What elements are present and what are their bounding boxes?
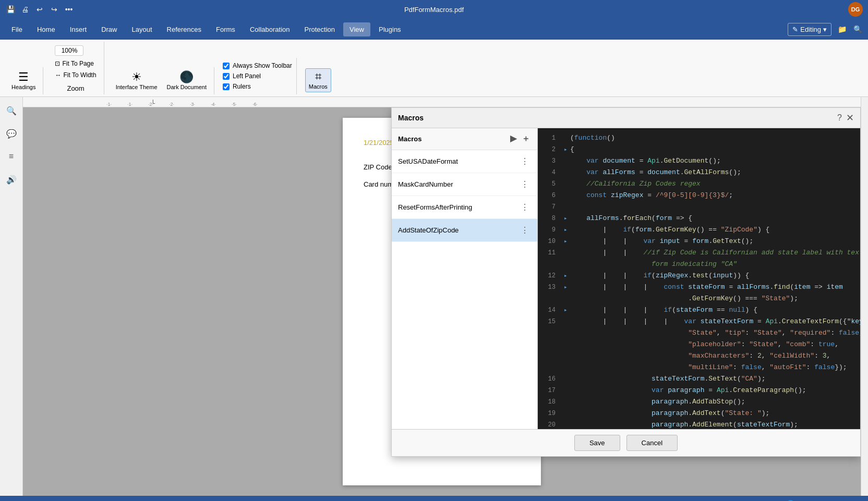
code-line-12: 12 ▸ | | if(zipRegex.test(input)) { bbox=[538, 270, 860, 282]
more-icon[interactable]: ••• bbox=[64, 4, 74, 15]
left-panel-checkbox[interactable]: Left Panel bbox=[223, 72, 292, 80]
save-button[interactable]: Save bbox=[574, 435, 620, 451]
print-icon[interactable]: 🖨 bbox=[20, 4, 30, 15]
menu-layout[interactable]: Layout bbox=[126, 22, 159, 36]
code-line-14: 14 ▸ | | | if(stateForm == null) { bbox=[538, 304, 860, 316]
code-line-15b: "State", "tip": "State", "required": fal… bbox=[538, 327, 860, 339]
always-show-toolbar-label: Always Show Toolbar bbox=[233, 62, 292, 69]
macros-panel: Macros ? ✕ Macros ▶ ＋ bbox=[391, 107, 861, 457]
editing-button[interactable]: ✎ Editing ▾ bbox=[788, 23, 831, 36]
fit-to-page-label: Fit To Page bbox=[62, 60, 93, 67]
save-icon[interactable]: 💾 bbox=[5, 4, 16, 15]
interface-theme-button[interactable]: ☀ Interface Theme bbox=[113, 69, 161, 92]
sidebar-comment-icon[interactable]: 💬 bbox=[2, 124, 21, 143]
fit-to-page-icon: ⊡ bbox=[55, 60, 60, 67]
macro-item-label: SetUSADateFormat bbox=[398, 157, 458, 165]
title-bar-right: DG bbox=[848, 2, 863, 17]
macro-item-setuSAdate[interactable]: SetUSADateFormat ⋮ bbox=[392, 150, 537, 173]
macros-add-icon[interactable]: ＋ bbox=[521, 132, 531, 145]
ribbon-group-headings: ☰ Headings bbox=[4, 67, 43, 94]
code-line-10: 10 ▸ | | var input = form.GetText(); bbox=[538, 236, 860, 247]
zoom-input[interactable] bbox=[55, 45, 83, 56]
menu-protection[interactable]: Protection bbox=[298, 22, 341, 36]
zip-label: ZIP Code: bbox=[364, 163, 394, 171]
menu-insert[interactable]: Insert bbox=[64, 22, 93, 36]
menu-forms[interactable]: Forms bbox=[210, 22, 242, 36]
macro-item-menu-icon[interactable]: ⋮ bbox=[519, 201, 531, 213]
code-line-8: 8 ▸ allForms.forEach(form => { bbox=[538, 213, 860, 224]
dark-document-button[interactable]: 🌑 Dark Document bbox=[164, 69, 210, 92]
macros-close-icon[interactable]: ✕ bbox=[846, 112, 854, 124]
macro-item-addstate[interactable]: AddStateOfZipCode ⋮ bbox=[392, 219, 537, 242]
macro-item-label: AddStateOfZipCode bbox=[398, 226, 459, 234]
macros-list-header: Macros ▶ ＋ bbox=[392, 128, 537, 150]
code-line-15a: 15 | | | | var stateTextForm = Api.Creat… bbox=[538, 316, 860, 327]
macros-button[interactable]: ⌗ Macros bbox=[305, 68, 331, 92]
code-line-19: 19 paragraph.AddText("State: "); bbox=[538, 408, 860, 419]
headings-icon: ☰ bbox=[18, 71, 29, 83]
menu-references[interactable]: References bbox=[161, 22, 208, 36]
menu-view[interactable]: View bbox=[343, 22, 370, 36]
menu-collaboration[interactable]: Collaboration bbox=[244, 22, 296, 36]
undo-icon[interactable]: ↩ bbox=[34, 4, 45, 15]
sidebar-list-icon[interactable]: ≡ bbox=[2, 147, 21, 166]
code-line-1: 1 (function() bbox=[538, 132, 860, 144]
menu-bar: File Home Insert Draw Layout References … bbox=[0, 19, 868, 40]
macros-label: Macros bbox=[309, 83, 328, 90]
redo-icon[interactable]: ↪ bbox=[49, 4, 59, 15]
macros-list-title: Macros bbox=[398, 135, 422, 143]
macros-panel-body: Macros ▶ ＋ SetUSADateFormat ⋮ MaskCardNu… bbox=[392, 128, 860, 429]
code-line-2: 2 ▸ { bbox=[538, 144, 860, 155]
ruler: L ·1· ·1· ·2· ·2· ·3· ·4· ·5· ·6· bbox=[23, 97, 861, 107]
rulers-checkbox[interactable]: Rulers bbox=[223, 83, 292, 90]
menu-file[interactable]: File bbox=[5, 22, 29, 36]
ribbon: ☰ Headings ⊡ Fit To Page ↔ Fit To Width … bbox=[0, 40, 868, 97]
status-bar: Page 1 of 1 Word count English – United … bbox=[0, 496, 868, 501]
sidebar-search-icon[interactable]: 🔍 bbox=[2, 101, 21, 120]
macro-item-menu-icon[interactable]: ⋮ bbox=[519, 224, 531, 236]
always-show-toolbar-checkbox[interactable]: Always Show Toolbar bbox=[223, 62, 292, 69]
code-line-11a: 11 | | //if Zip Code is Californian add … bbox=[538, 247, 860, 259]
rulers-input[interactable] bbox=[223, 83, 230, 90]
macro-item-maskcardnumber[interactable]: MaskCardNumber ⋮ bbox=[392, 173, 537, 196]
interface-theme-icon: ☀ bbox=[131, 71, 142, 83]
sidebar-speaker-icon[interactable]: 🔊 bbox=[2, 170, 21, 189]
always-show-toolbar-input[interactable] bbox=[223, 63, 230, 69]
code-line-3: 3 var document = Api.GetDocument(); bbox=[538, 155, 860, 167]
code-editor[interactable]: 1 (function() 2 ▸ { 3 var docu bbox=[538, 128, 860, 429]
left-panel-input[interactable] bbox=[223, 73, 230, 80]
menu-plugins[interactable]: Plugins bbox=[372, 22, 407, 36]
left-panel-label: Left Panel bbox=[233, 72, 261, 80]
fit-to-width-button[interactable]: ↔ Fit To Width bbox=[52, 70, 99, 80]
macros-run-icon[interactable]: ▶ bbox=[509, 132, 517, 145]
code-line-15e: "multiLine": false, "autoFit": false}); bbox=[538, 362, 860, 373]
menu-draw[interactable]: Draw bbox=[95, 22, 123, 36]
menu-home[interactable]: Home bbox=[31, 22, 62, 36]
macro-item-menu-icon[interactable]: ⋮ bbox=[519, 178, 531, 190]
macro-item-resetforms[interactable]: ResetFormsAfterPrinting ⋮ bbox=[392, 196, 537, 219]
code-line-16: 16 stateTextForm.SetText("CA"); bbox=[538, 373, 860, 385]
headings-button[interactable]: ☰ Headings bbox=[8, 69, 39, 92]
fit-to-page-button[interactable]: ⊡ Fit To Page bbox=[52, 58, 99, 69]
main-area: 🔍 💬 ≡ 🔊 L ·1· ·1· ·2· ·2· ·3· ·4· ·5· ·6… bbox=[0, 97, 868, 496]
code-line-20: 20 paragraph.AddElement(stateTextForm); bbox=[538, 419, 860, 429]
macro-item-menu-icon[interactable]: ⋮ bbox=[519, 155, 531, 167]
document-area: L ·1· ·1· ·2· ·2· ·3· ·4· ·5· ·6· 1/21/2… bbox=[23, 97, 861, 496]
zoom-label: Zoom bbox=[67, 84, 84, 92]
folder-icon[interactable]: 📁 bbox=[837, 24, 847, 34]
code-line-13b: .GetFormKey() === "State"); bbox=[538, 293, 860, 304]
avatar[interactable]: DG bbox=[848, 2, 863, 17]
cancel-button[interactable]: Cancel bbox=[626, 435, 678, 451]
title-bar: 💾 🖨 ↩ ↪ ••• PdfFormMacros.pdf DG bbox=[0, 0, 868, 19]
macros-list: Macros ▶ ＋ SetUSADateFormat ⋮ MaskCardNu… bbox=[392, 128, 538, 429]
macros-header-right: ? ✕ bbox=[837, 112, 854, 124]
document-title: PdfFormMacros.pdf bbox=[404, 6, 464, 14]
menu-bar-right: ✎ Editing ▾ 📁 🔍 bbox=[788, 23, 863, 36]
code-line-15d: "maxCharacters": 2, "cellWidth": 3, bbox=[538, 350, 860, 362]
search-menu-icon[interactable]: 🔍 bbox=[852, 24, 863, 34]
interface-theme-label: Interface Theme bbox=[116, 84, 158, 90]
dark-document-label: Dark Document bbox=[167, 84, 207, 90]
macros-help-icon[interactable]: ? bbox=[837, 113, 842, 123]
ribbon-group-checkboxes: Always Show Toolbar Left Panel Rulers bbox=[219, 58, 297, 94]
code-line-9: 9 ▸ | if(form.GetFormKey() == "ZipCode")… bbox=[538, 224, 860, 236]
